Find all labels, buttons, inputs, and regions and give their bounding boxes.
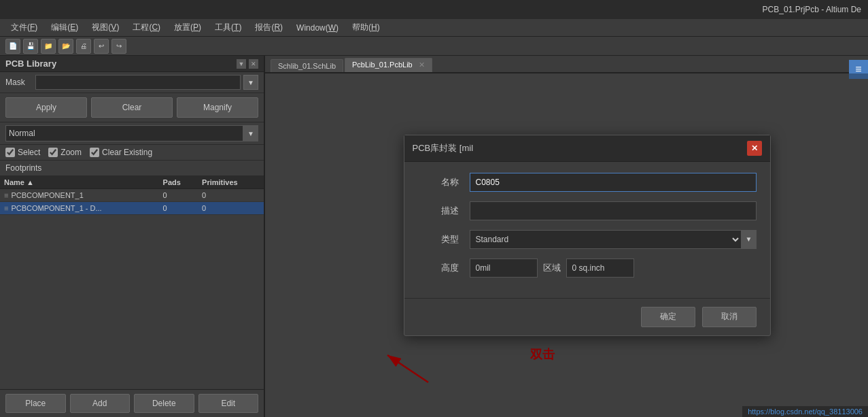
col-primitives[interactable]: Primitives xyxy=(198,176,264,189)
name-label: 名称 xyxy=(418,176,459,188)
menu-place[interactable]: 放置(P) xyxy=(169,20,207,35)
clear-button[interactable]: Clear xyxy=(91,97,173,118)
col-name[interactable]: Name ▲ xyxy=(0,176,159,189)
right-area: Schlib_01.SchLib PcbLib_01.PcbLib ✕ ≡ 修改… xyxy=(265,56,868,417)
row1-pads: 0 xyxy=(159,189,198,202)
menu-file[interactable]: 文件(F) xyxy=(5,20,43,35)
apply-button[interactable]: Apply xyxy=(5,97,87,118)
height-input[interactable] xyxy=(470,258,538,278)
clear-existing-checkbox[interactable] xyxy=(90,148,99,157)
mask-label: Mask xyxy=(5,78,33,87)
type-select-arrow[interactable]: ▼ xyxy=(742,230,757,249)
row2-name: ≡PCBCOMPONENT_1 - D... xyxy=(0,202,159,215)
form-row-type: 类型 Standard Mechanical Graphical ▼ xyxy=(418,230,757,249)
dialog-overlay: PCB库封装 [mil ✕ 名称 描述 类型 xyxy=(265,73,868,417)
footprints-label: Footprints xyxy=(0,161,264,176)
panel-header-icons: ▼ ✕ xyxy=(237,59,258,69)
menu-project[interactable]: 工程(C) xyxy=(127,20,166,35)
menu-edit[interactable]: 编辑(E) xyxy=(46,20,84,35)
panel-close-icon[interactable]: ✕ xyxy=(249,59,258,69)
menu-view[interactable]: 视图(V) xyxy=(86,20,124,35)
clear-existing-checkbox-item: Clear Existing xyxy=(90,148,152,157)
mask-input[interactable] xyxy=(35,75,241,90)
row1-primitives: 0 xyxy=(198,189,264,202)
normal-row: Normal Mask Dim ▼ xyxy=(0,122,264,145)
type-label: 类型 xyxy=(418,233,459,246)
menu-report[interactable]: 报告(R) xyxy=(249,20,288,35)
tab-pcblib-close[interactable]: ✕ xyxy=(419,61,425,69)
select-checkbox[interactable] xyxy=(5,148,15,157)
zoom-checkbox[interactable] xyxy=(48,148,58,157)
panel-title: PCB Library xyxy=(5,59,56,69)
menu-help[interactable]: 帮助(H) xyxy=(347,20,385,35)
confirm-button[interactable]: 确定 xyxy=(641,307,695,327)
normal-arrow-icon[interactable]: ▼ xyxy=(243,125,258,141)
description-label: 描述 xyxy=(418,205,459,217)
select-label[interactable]: Select xyxy=(18,148,40,157)
edit-button[interactable]: Edit xyxy=(198,394,259,413)
button-row: Apply Clear Magnify xyxy=(0,93,264,122)
title-bar-text: PCB_01.PrjPcb - Altium De xyxy=(7,5,861,14)
dialog-body: 名称 描述 类型 Standard Mechan xyxy=(404,162,770,298)
zoom-checkbox-item: Zoom xyxy=(48,148,82,157)
dialog-title-bar: PCB库封装 [mil ✕ xyxy=(404,135,770,162)
area-input[interactable] xyxy=(566,258,634,278)
row2-primitives: 0 xyxy=(198,202,264,215)
add-button[interactable]: Add xyxy=(70,394,131,413)
left-panel: PCB Library ▼ ✕ Mask ▼ Apply Clear Magni… xyxy=(0,56,265,417)
normal-select[interactable]: Normal Mask Dim xyxy=(5,125,243,141)
delete-button[interactable]: Delete xyxy=(134,394,194,413)
toolbar-save2[interactable]: 📂 xyxy=(58,39,73,54)
table-row-selected[interactable]: ≡PCBCOMPONENT_1 - D... 0 0 xyxy=(0,202,264,215)
menu-window[interactable]: Window(W) xyxy=(291,22,344,34)
dialog-footer: 确定 取消 xyxy=(404,298,770,335)
toolbar-open[interactable]: 📁 xyxy=(41,39,56,54)
tab-pcblib[interactable]: PcbLib_01.PcbLib ✕ xyxy=(345,58,432,72)
tab-schlib-label: Schlib_01.SchLib xyxy=(278,62,336,70)
toolbar-undo[interactable]: ↩ xyxy=(94,39,109,54)
col-pads[interactable]: Pads xyxy=(159,176,198,189)
row2-pads: 0 xyxy=(159,202,198,215)
zoom-label[interactable]: Zoom xyxy=(60,148,82,157)
title-bar: PCB_01.PrjPcb - Altium De xyxy=(0,0,868,19)
height-row: 区域 xyxy=(470,258,757,278)
mask-dropdown-arrow[interactable]: ▼ xyxy=(243,75,258,90)
height-label: 高度 xyxy=(418,262,459,274)
type-select-wrap: Standard Mechanical Graphical ▼ xyxy=(470,230,757,249)
main-layout: PCB Library ▼ ✕ Mask ▼ Apply Clear Magni… xyxy=(0,56,868,417)
status-url: https://blog.csdn.net/qq_38113006 xyxy=(748,407,863,416)
menu-bar: 文件(F) 编辑(E) 视图(V) 工程(C) 放置(P) 工具(T) 报告(R… xyxy=(0,19,868,37)
magnify-button[interactable]: Magnify xyxy=(177,97,258,118)
mask-row: Mask ▼ xyxy=(0,72,264,93)
panel-header: PCB Library ▼ ✕ xyxy=(0,56,264,72)
check-row: Select Zoom Clear Existing xyxy=(0,145,264,161)
type-select[interactable]: Standard Mechanical Graphical xyxy=(470,230,742,249)
toolbar-redo[interactable]: ↪ xyxy=(111,39,126,54)
table-container: Name ▲ Pads Primitives ≡PCBCOMPONENT_1 0… xyxy=(0,176,264,389)
form-row-name: 名称 xyxy=(418,173,757,192)
tab-pcblib-label: PcbLib_01.PcbLib xyxy=(352,61,413,69)
pcb-dialog: PCB库封装 [mil ✕ 名称 描述 类型 xyxy=(404,135,771,336)
select-checkbox-item: Select xyxy=(5,148,40,157)
clear-existing-label[interactable]: Clear Existing xyxy=(102,148,152,157)
dialog-close-button[interactable]: ✕ xyxy=(747,141,762,156)
description-input[interactable] xyxy=(470,201,757,220)
table-row[interactable]: ≡PCBCOMPONENT_1 0 0 xyxy=(0,189,264,202)
form-row-height: 高度 区域 xyxy=(418,258,757,278)
toolbar: 📄 💾 📁 📂 🖨 ↩ ↪ xyxy=(0,37,868,56)
place-button[interactable]: Place xyxy=(5,394,66,413)
toolbar-save[interactable]: 💾 xyxy=(23,39,38,54)
panel-pin-icon[interactable]: ▼ xyxy=(237,59,246,69)
bottom-bar: Place Add Delete Edit xyxy=(0,389,264,417)
area-label: 区域 xyxy=(543,262,561,274)
name-input[interactable] xyxy=(470,173,757,192)
data-table: Name ▲ Pads Primitives ≡PCBCOMPONENT_1 0… xyxy=(0,176,264,215)
menu-tools[interactable]: 工具(T) xyxy=(209,20,247,35)
toolbar-print[interactable]: 🖨 xyxy=(76,39,91,54)
toolbar-new[interactable]: 📄 xyxy=(5,39,20,54)
tab-schlib[interactable]: Schlib_01.SchLib xyxy=(271,59,343,72)
status-bar: https://blog.csdn.net/qq_38113006 xyxy=(742,406,868,417)
tab-bar: Schlib_01.SchLib PcbLib_01.PcbLib ✕ xyxy=(265,56,868,73)
cancel-button[interactable]: 取消 xyxy=(702,307,757,327)
form-row-description: 描述 xyxy=(418,201,757,220)
